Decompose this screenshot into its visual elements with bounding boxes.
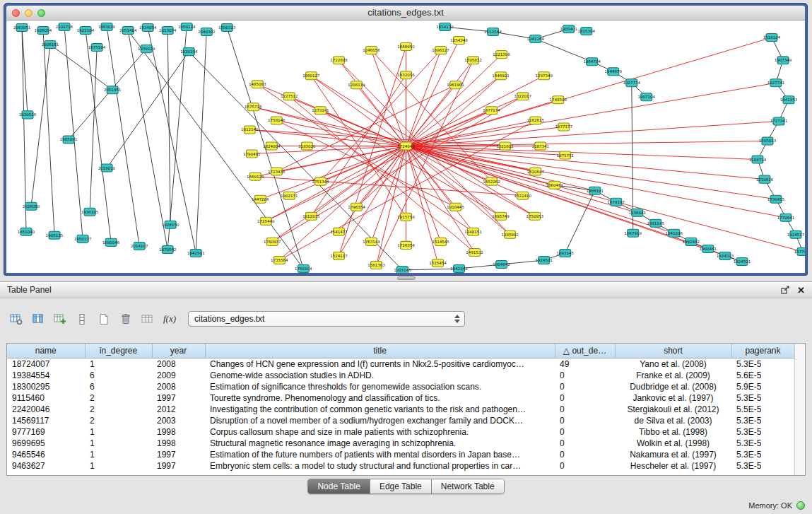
network-node[interactable]: 1812035 xyxy=(302,212,320,220)
table-row[interactable]: 1872400712008Changes of HCN gene express… xyxy=(7,358,794,370)
network-node[interactable]: 1944879 xyxy=(605,68,623,76)
tab-edge-table[interactable]: Edge Table xyxy=(370,479,431,493)
network-node[interactable]: 1926054 xyxy=(35,27,52,35)
network-node[interactable]: 1907104 xyxy=(638,93,656,101)
network-node[interactable]: 1866191 xyxy=(586,187,603,194)
network-node[interactable]: 1877177 xyxy=(555,123,572,131)
network-node[interactable]: 1934054 xyxy=(139,24,157,32)
network-node[interactable]: 1891145 xyxy=(647,219,665,227)
network-node[interactable]: 1790481 xyxy=(243,150,260,158)
network-canvas[interactable]: 1724043118734116106471522410169574912481… xyxy=(6,21,805,273)
create-table-button[interactable] xyxy=(95,310,113,328)
function-builder-button[interactable]: f(x) xyxy=(160,310,179,328)
network-node[interactable]: 1221398 xyxy=(493,51,510,59)
table-scrollbar[interactable] xyxy=(794,344,805,475)
network-node[interactable]: 2014107 xyxy=(131,242,148,250)
network-node[interactable]: 2051051 xyxy=(104,86,121,94)
network-node[interactable]: 1875751 xyxy=(556,151,573,159)
network-node[interactable]: 1867919 xyxy=(625,229,642,237)
network-node[interactable]: 2063051 xyxy=(13,24,30,32)
network-node[interactable]: 2040302 xyxy=(198,28,215,36)
float-panel-button[interactable] xyxy=(781,286,790,294)
network-node[interactable]: 1915758 xyxy=(397,213,415,221)
network-node[interactable]: 1760937 xyxy=(264,238,281,245)
network-node[interactable]: 1841453 xyxy=(780,96,798,104)
network-node[interactable]: 1491532 xyxy=(466,248,483,256)
panel-close-button[interactable]: ✕ xyxy=(797,286,805,295)
column-header-short[interactable]: short xyxy=(615,344,731,358)
network-node[interactable]: 1750953 xyxy=(526,212,543,220)
column-header-name[interactable]: name xyxy=(7,344,85,358)
network-node[interactable]: 1820204 xyxy=(180,48,198,56)
network-node[interactable]: 2026050 xyxy=(23,202,40,210)
network-node[interactable]: 1841042 xyxy=(450,264,467,272)
column-header-year[interactable]: year xyxy=(152,344,205,358)
network-node[interactable]: 2016010 xyxy=(98,164,116,172)
network-node[interactable]: 1652262 xyxy=(483,177,500,185)
network-node[interactable]: 1796354 xyxy=(348,203,365,211)
network-node[interactable]: 1210616 xyxy=(756,175,774,183)
network-node[interactable]: 2100716 xyxy=(56,23,73,31)
network-node[interactable]: 1922104 xyxy=(77,27,95,35)
window-minimize-button[interactable] xyxy=(25,9,33,17)
panel-splitter[interactable] xyxy=(0,276,812,281)
import-table-button[interactable] xyxy=(51,310,69,328)
table-row[interactable]: 969969511998Structural magnetic resonanc… xyxy=(7,438,794,449)
network-graph[interactable]: 1724043118734116106471522410169574912481… xyxy=(6,21,805,273)
delete-table-button[interactable] xyxy=(117,310,135,328)
table-selector-dropdown[interactable]: citations_edges.txt xyxy=(188,311,465,327)
network-node[interactable]: 1514545 xyxy=(432,238,449,245)
network-node[interactable]: 1893145 xyxy=(556,249,574,257)
network-node[interactable]: 1285992 xyxy=(501,230,518,238)
network-node[interactable]: 1813074 xyxy=(159,27,177,35)
network-node[interactable]: 1942501 xyxy=(187,249,204,257)
network-node[interactable]: 1246056 xyxy=(363,47,380,54)
table-row[interactable]: 2242004622012Investigating the contribut… xyxy=(7,404,794,415)
table-row[interactable]: 946362711997Embryonic stem cells: a mode… xyxy=(7,460,794,472)
network-node[interactable]: 1905135 xyxy=(46,231,64,239)
network-node[interactable]: 1932016 xyxy=(397,71,415,79)
network-node[interactable]: 1860127 xyxy=(302,72,320,80)
network-node[interactable]: 1735564 xyxy=(271,256,288,264)
network-node[interactable]: 1907349 xyxy=(775,57,792,64)
network-node[interactable]: 1522410 xyxy=(514,192,531,199)
network-node[interactable]: 1208119 xyxy=(348,81,365,89)
network-node[interactable]: 1751344 xyxy=(312,177,329,185)
network-node[interactable]: 1854130 xyxy=(436,23,454,31)
network-node[interactable]: 1936441 xyxy=(629,209,646,216)
network-node[interactable]: 1936105 xyxy=(81,208,99,216)
table-row[interactable]: 946554611997Estimation of the future num… xyxy=(7,449,794,460)
window-close-button[interactable] xyxy=(12,9,20,17)
network-node[interactable]: 1248151 xyxy=(464,228,481,235)
network-node[interactable]: 2112544 xyxy=(484,28,502,36)
network-node[interactable]: 1108714 xyxy=(749,156,767,163)
network-node[interactable]: 1863020 xyxy=(98,23,116,31)
network-node[interactable]: 1851040 xyxy=(18,228,35,235)
network-node[interactable]: 1646921 xyxy=(492,72,509,80)
network-node[interactable]: 1162615 xyxy=(526,117,544,124)
network-node[interactable]: 1516104 xyxy=(763,34,781,42)
network-node[interactable]: 1950137 xyxy=(74,235,92,243)
table-row[interactable]: 911546021997Tourette syndrome. Phenomeno… xyxy=(7,392,794,404)
network-node[interactable]: 1524117 xyxy=(330,252,348,259)
network-node[interactable]: 1804642 xyxy=(493,260,510,268)
tab-network-table[interactable]: Network Table xyxy=(431,479,504,493)
column-header-in_degree[interactable]: in_degree xyxy=(85,344,152,358)
network-node[interactable]: 1595812 xyxy=(464,57,481,64)
network-node[interactable]: 1321612 xyxy=(496,142,513,150)
column-header-pagerank[interactable]: pagerank xyxy=(731,344,794,358)
network-node[interactable]: 1815304 xyxy=(577,28,595,35)
network-node[interactable]: 1924517 xyxy=(787,230,805,238)
show-columns-button[interactable] xyxy=(29,310,47,328)
network-node[interactable]: 1902171 xyxy=(281,192,298,199)
network-node[interactable]: 1725440 xyxy=(257,217,275,225)
network-node[interactable]: 1730455 xyxy=(767,195,785,203)
network-node[interactable]: 1541477 xyxy=(330,228,348,235)
network-node[interactable]: 1187341 xyxy=(531,142,548,150)
network-node[interactable]: 1891046 xyxy=(102,238,120,246)
network-node[interactable]: 1770641 xyxy=(777,214,794,221)
network-node[interactable]: 1924513 xyxy=(717,252,734,259)
table-settings-button[interactable] xyxy=(7,310,25,328)
network-node[interactable]: 1924501 xyxy=(535,256,552,264)
network-node[interactable]: 1575716 xyxy=(245,103,262,111)
